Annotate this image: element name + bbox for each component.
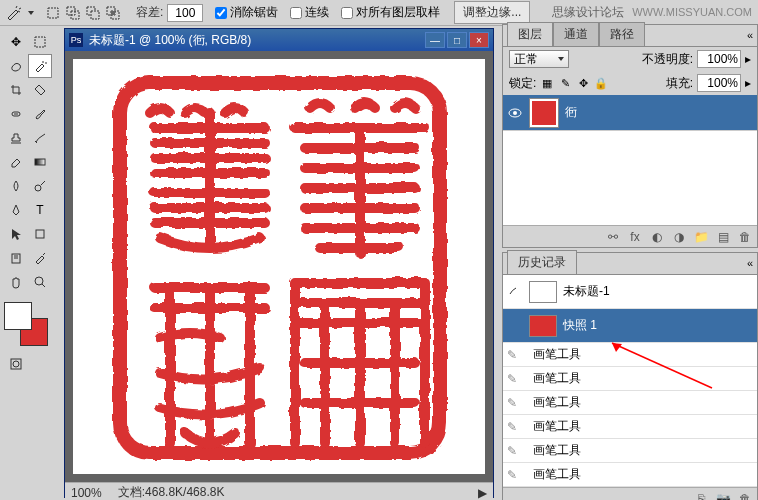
tab-layers[interactable]: 图层 bbox=[507, 22, 553, 46]
svg-point-12 bbox=[35, 185, 41, 191]
folder-icon[interactable]: 📁 bbox=[693, 229, 709, 245]
hand-tool[interactable] bbox=[4, 270, 28, 294]
history-row[interactable]: ✎画笔工具 bbox=[503, 415, 757, 439]
sample-all-checkbox[interactable]: 对所有图层取样 bbox=[341, 4, 440, 21]
lasso-tool[interactable] bbox=[4, 54, 28, 78]
svg-line-19 bbox=[42, 284, 45, 287]
crop-tool[interactable] bbox=[4, 78, 28, 102]
history-row[interactable]: ✎画笔工具 bbox=[503, 463, 757, 487]
blur-tool[interactable] bbox=[4, 174, 28, 198]
mask-icon[interactable]: ◐ bbox=[649, 229, 665, 245]
adjustment-icon[interactable]: ◑ bbox=[671, 229, 687, 245]
ps-icon: Ps bbox=[69, 33, 83, 47]
history-item-label: 画笔工具 bbox=[533, 466, 581, 483]
pen-tool[interactable] bbox=[4, 198, 28, 222]
type-tool[interactable]: T bbox=[28, 198, 52, 222]
trash-icon[interactable]: 🗑 bbox=[737, 229, 753, 245]
layer-thumbnail[interactable] bbox=[529, 98, 559, 128]
document-canvas[interactable] bbox=[73, 59, 485, 474]
history-row[interactable]: ✎画笔工具 bbox=[503, 367, 757, 391]
tolerance-input[interactable] bbox=[167, 4, 203, 22]
minimize-button[interactable]: — bbox=[425, 32, 445, 48]
tool-preset-dropdown[interactable] bbox=[28, 11, 34, 15]
healing-tool[interactable] bbox=[4, 102, 28, 126]
fill-arrow-icon[interactable]: ▸ bbox=[745, 76, 751, 90]
eye-icon[interactable] bbox=[507, 105, 523, 121]
panel-collapse-icon[interactable]: « bbox=[747, 257, 753, 269]
history-thumbnail bbox=[529, 281, 557, 303]
marquee-tool[interactable] bbox=[28, 30, 52, 54]
quickmask-toggle[interactable] bbox=[4, 352, 28, 376]
selection-add-icon[interactable] bbox=[64, 4, 82, 22]
history-row[interactable]: ✎画笔工具 bbox=[503, 391, 757, 415]
document-titlebar[interactable]: Ps 未标题-1 @ 100% (衐, RGB/8) — □ × bbox=[65, 29, 493, 51]
tab-paths[interactable]: 路径 bbox=[599, 22, 645, 46]
shape-tool[interactable] bbox=[28, 222, 52, 246]
dodge-tool[interactable] bbox=[28, 174, 52, 198]
contiguous-checkbox[interactable]: 连续 bbox=[290, 4, 329, 21]
lock-transparent-icon[interactable]: ▦ bbox=[540, 76, 554, 90]
history-item-label: 画笔工具 bbox=[533, 370, 581, 387]
zoom-tool[interactable] bbox=[28, 270, 52, 294]
antialias-checkbox[interactable]: 消除锯齿 bbox=[215, 4, 278, 21]
opacity-label: 不透明度: bbox=[642, 51, 693, 68]
tab-channels[interactable]: 通道 bbox=[553, 22, 599, 46]
eraser-tool[interactable] bbox=[4, 150, 28, 174]
brush-tool[interactable] bbox=[28, 102, 52, 126]
snapshot-icon[interactable]: 📷 bbox=[715, 491, 731, 501]
layer-row[interactable]: 衐 bbox=[503, 95, 757, 131]
history-brush-tool[interactable] bbox=[28, 126, 52, 150]
stamp-tool[interactable] bbox=[4, 126, 28, 150]
history-row[interactable]: 快照 1 bbox=[503, 309, 757, 343]
notes-tool[interactable] bbox=[4, 246, 28, 270]
eyedropper-tool[interactable] bbox=[28, 246, 52, 270]
lock-paint-icon[interactable]: ✎ bbox=[558, 76, 572, 90]
history-row[interactable]: ✎画笔工具 bbox=[503, 343, 757, 367]
fill-input[interactable] bbox=[697, 74, 741, 92]
svg-point-24 bbox=[513, 111, 517, 115]
trash-icon[interactable]: 🗑 bbox=[737, 491, 753, 501]
magic-wand-tool[interactable] bbox=[28, 54, 52, 78]
slice-tool[interactable] bbox=[28, 78, 52, 102]
svg-rect-0 bbox=[48, 8, 58, 18]
opacity-input[interactable] bbox=[697, 50, 741, 68]
tab-history[interactable]: 历史记录 bbox=[507, 250, 577, 274]
blend-mode-select[interactable]: 正常 bbox=[509, 50, 569, 68]
layers-panel: 图层 通道 路径 « 正常 不透明度: ▸ 锁定: ▦ ✎ ✥ 🔒 填充: ▸ … bbox=[502, 24, 758, 248]
foreground-color[interactable] bbox=[4, 302, 32, 330]
panel-collapse-icon[interactable]: « bbox=[747, 29, 753, 41]
tool-palette: ✥ T bbox=[2, 28, 54, 378]
svg-rect-4 bbox=[91, 11, 99, 19]
document-window: Ps 未标题-1 @ 100% (衐, RGB/8) — □ × bbox=[64, 28, 494, 498]
fx-icon[interactable]: fx bbox=[627, 229, 643, 245]
history-thumbnail bbox=[529, 315, 557, 337]
history-row[interactable]: 未标题-1 bbox=[503, 275, 757, 309]
move-tool[interactable]: ✥ bbox=[4, 30, 28, 54]
history-item-label: 画笔工具 bbox=[533, 442, 581, 459]
path-selection-tool[interactable] bbox=[4, 222, 28, 246]
zoom-value[interactable]: 100% bbox=[71, 486, 102, 500]
close-button[interactable]: × bbox=[469, 32, 489, 48]
opacity-arrow-icon[interactable]: ▸ bbox=[745, 52, 751, 66]
history-source-icon[interactable] bbox=[507, 283, 523, 300]
status-arrow-icon[interactable]: ▶ bbox=[478, 486, 487, 500]
selection-intersect-icon[interactable] bbox=[104, 4, 122, 22]
svg-rect-14 bbox=[36, 230, 44, 238]
link-icon[interactable]: ⚯ bbox=[605, 229, 621, 245]
history-item-label: 快照 1 bbox=[563, 317, 597, 334]
seal-artwork bbox=[109, 72, 449, 462]
brush-icon: ✎ bbox=[507, 372, 527, 386]
lock-position-icon[interactable]: ✥ bbox=[576, 76, 590, 90]
new-layer-icon[interactable]: ▤ bbox=[715, 229, 731, 245]
new-document-icon[interactable]: ⎘ bbox=[693, 491, 709, 501]
selection-subtract-icon[interactable] bbox=[84, 4, 102, 22]
right-panels: 图层 通道 路径 « 正常 不透明度: ▸ 锁定: ▦ ✎ ✥ 🔒 填充: ▸ … bbox=[502, 0, 758, 500]
maximize-button[interactable]: □ bbox=[447, 32, 467, 48]
lock-all-icon[interactable]: 🔒 bbox=[594, 76, 608, 90]
selection-new-icon[interactable] bbox=[44, 4, 62, 22]
gradient-tool[interactable] bbox=[28, 150, 52, 174]
history-row[interactable]: ✎画笔工具 bbox=[503, 439, 757, 463]
color-swatch[interactable] bbox=[4, 302, 48, 346]
history-panel-footer: ⎘ 📷 🗑 bbox=[503, 487, 757, 500]
brush-icon: ✎ bbox=[507, 444, 527, 458]
